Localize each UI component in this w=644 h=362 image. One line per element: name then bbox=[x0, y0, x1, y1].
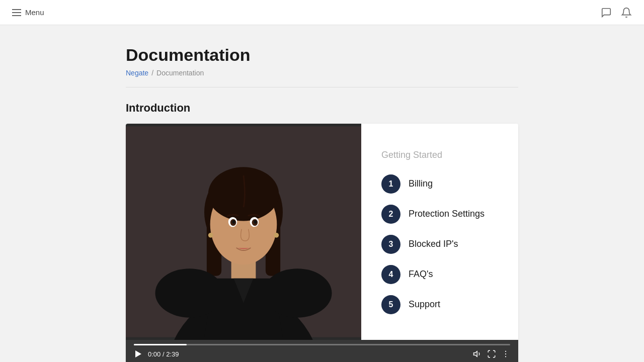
svg-point-14 bbox=[232, 220, 235, 224]
list-item-number: 4 bbox=[381, 265, 400, 284]
main-content: Documentation Negate / Documentation Int… bbox=[116, 25, 528, 362]
menu-icon[interactable] bbox=[12, 9, 21, 16]
progress-bar-fill bbox=[134, 344, 187, 345]
controls-left: 0:00 / 2:39 bbox=[134, 350, 179, 358]
time-display: 0:00 / 2:39 bbox=[148, 350, 179, 358]
controls-right bbox=[473, 349, 510, 358]
list-item-label: Blocked IP's bbox=[409, 239, 458, 249]
video-container: Getting Started 1 Billing 2 Protection S… bbox=[126, 124, 518, 362]
list-item[interactable]: 4 FAQ's bbox=[381, 265, 498, 284]
svg-marker-20 bbox=[135, 350, 141, 357]
intro-heading: Introduction bbox=[126, 102, 518, 115]
svg-marker-21 bbox=[474, 351, 477, 357]
svg-point-23 bbox=[505, 353, 506, 354]
breadcrumb-home[interactable]: Negate bbox=[126, 69, 148, 77]
list-item[interactable]: 5 Support bbox=[381, 295, 498, 314]
breadcrumb: Negate / Documentation bbox=[126, 69, 518, 77]
svg-point-22 bbox=[505, 351, 506, 352]
menu-label: Menu bbox=[25, 8, 44, 17]
getting-started-label: Getting Started bbox=[381, 150, 498, 160]
list-item[interactable]: 2 Protection Settings bbox=[381, 205, 498, 224]
nav-right bbox=[601, 7, 632, 18]
volume-icon[interactable] bbox=[473, 349, 482, 358]
list-item-number: 2 bbox=[381, 205, 400, 224]
progress-bar-container[interactable] bbox=[134, 344, 510, 345]
person-illustration bbox=[126, 124, 361, 340]
breadcrumb-separator: / bbox=[151, 69, 153, 77]
bell-icon[interactable] bbox=[621, 7, 632, 18]
video-controls: 0:00 / 2:39 bbox=[126, 340, 518, 362]
svg-point-15 bbox=[254, 220, 257, 224]
fullscreen-icon[interactable] bbox=[487, 349, 496, 358]
breadcrumb-current: Documentation bbox=[156, 69, 204, 77]
list-item-label: Protection Settings bbox=[409, 209, 485, 219]
list-item[interactable]: 1 Billing bbox=[381, 174, 498, 194]
video-list: Getting Started 1 Billing 2 Protection S… bbox=[361, 124, 518, 340]
list-item-label: FAQ's bbox=[409, 269, 433, 280]
list-item-number: 3 bbox=[381, 235, 400, 254]
page-title: Documentation bbox=[126, 45, 518, 65]
divider bbox=[126, 87, 518, 87]
svg-point-19 bbox=[263, 268, 332, 318]
list-item[interactable]: 3 Blocked IP's bbox=[381, 235, 498, 254]
list-item-number: 5 bbox=[381, 295, 400, 314]
controls-row: 0:00 / 2:39 bbox=[134, 349, 510, 358]
list-items: 1 Billing 2 Protection Settings 3 Blocke… bbox=[381, 174, 498, 314]
svg-point-24 bbox=[505, 356, 506, 357]
play-button[interactable] bbox=[134, 350, 142, 358]
svg-point-18 bbox=[155, 268, 224, 318]
nav-left: Menu bbox=[12, 8, 44, 17]
svg-point-9 bbox=[208, 167, 279, 221]
svg-point-17 bbox=[274, 233, 279, 238]
chat-icon[interactable] bbox=[601, 7, 612, 18]
list-item-label: Support bbox=[409, 299, 440, 310]
more-options-icon[interactable] bbox=[501, 349, 510, 358]
list-item-label: Billing bbox=[409, 178, 433, 189]
top-nav: Menu bbox=[0, 0, 644, 25]
video-inner: Getting Started 1 Billing 2 Protection S… bbox=[126, 124, 518, 340]
list-item-number: 1 bbox=[381, 174, 400, 194]
video-person bbox=[126, 124, 361, 340]
svg-point-16 bbox=[208, 233, 213, 238]
